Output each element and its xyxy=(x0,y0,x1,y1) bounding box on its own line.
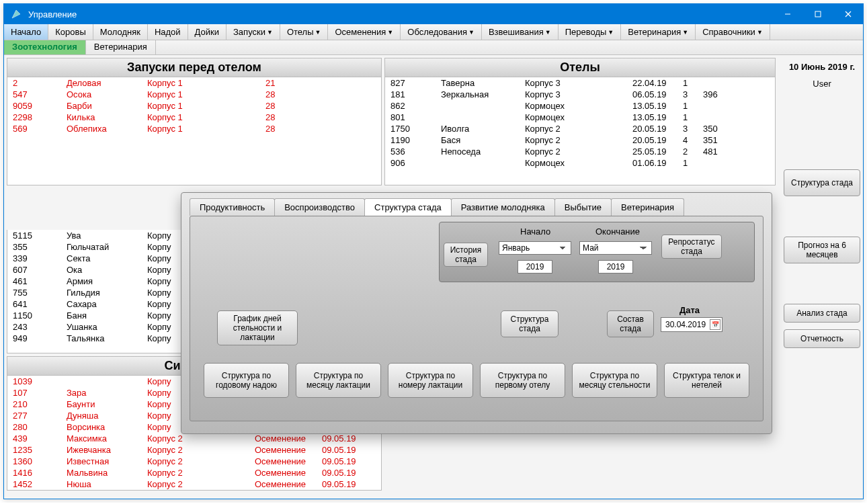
date-picker[interactable]: 30.04.2019 📅 xyxy=(661,317,722,332)
dialog-tab[interactable]: Структура стада xyxy=(364,198,452,216)
btn-herd-structure[interactable]: Структура стада xyxy=(784,169,860,196)
dialog-tabs: ПродуктивностьВоспроизводствоСтруктура с… xyxy=(181,193,772,216)
dialog-tab[interactable]: Продуктивность xyxy=(190,198,275,216)
app-icon xyxy=(8,6,24,22)
chevron-down-icon: ▼ xyxy=(545,29,551,36)
table-row[interactable]: 862Кормоцех13.05.191 xyxy=(385,100,775,112)
table-row[interactable]: 547ОсокаКорпус 128 xyxy=(7,89,381,100)
menu-item[interactable]: Справочники▼ xyxy=(696,24,770,40)
chevron-down-icon: ▼ xyxy=(608,29,614,36)
submenu-item[interactable]: Зоотехнология xyxy=(4,40,86,54)
chevron-down-icon: ▼ xyxy=(387,29,393,36)
label-start: Начало xyxy=(520,226,550,237)
structure-button[interactable]: Структура по первому отелу xyxy=(480,363,565,398)
svg-rect-1 xyxy=(815,11,821,17)
table-row[interactable]: 2ДеловаяКорпус 121 xyxy=(7,77,381,89)
panel-scroll[interactable]: 2ДеловаяКорпус 121547ОсокаКорпус 1289059… xyxy=(7,77,381,185)
table-row[interactable]: 801Кормоцех13.05.191 xyxy=(385,112,775,123)
menu-item[interactable]: Отелы▼ xyxy=(280,24,329,40)
menu-item[interactable]: Молодняк xyxy=(93,24,148,40)
structure-button[interactable]: Структура по месяцу стельности xyxy=(572,363,657,398)
structure-button[interactable]: Структура по номеру лактации xyxy=(388,363,473,398)
dialog-tab[interactable]: Выбытие xyxy=(554,198,612,216)
chevron-down-icon: ▼ xyxy=(682,29,688,36)
table-row[interactable]: 1416МальвинаКорпус 2Осеменение09.05.19 xyxy=(7,467,381,478)
close-button[interactable] xyxy=(833,4,863,24)
menu-item[interactable]: Переводы▼ xyxy=(559,24,622,40)
chevron-down-icon: ▼ xyxy=(757,29,763,36)
btn-forecast[interactable]: Прогноз на 6 месяцев xyxy=(784,237,860,263)
menu-item[interactable]: Коровы xyxy=(48,24,93,40)
menu-item[interactable]: Обследования▼ xyxy=(401,24,482,40)
table-row[interactable]: 536НепоседаКорпус 225.05.192481 xyxy=(385,146,775,157)
window-title: Управление xyxy=(28,9,772,19)
table-row[interactable]: 827ТавернаКорпус 322.04.191 xyxy=(385,77,775,89)
table-row[interactable]: 1750ИволгаКорпус 220.05.193350 xyxy=(385,123,775,134)
menu-item[interactable]: Запуски▼ xyxy=(226,24,280,40)
minimize-button[interactable] xyxy=(772,4,802,24)
analysis-dialog: ПродуктивностьВоспроизводствоСтруктура с… xyxy=(181,192,772,434)
window-controls xyxy=(772,4,863,24)
chevron-down-icon: ▼ xyxy=(267,29,273,36)
label-date: Дата xyxy=(679,305,700,315)
calendar-icon[interactable]: 📅 xyxy=(710,319,720,330)
table-row[interactable]: 1360ИзвестнаяКорпус 2Осеменение09.05.19 xyxy=(7,456,381,467)
panel-zapuski: Запуски перед отелом 2ДеловаяКорпус 1215… xyxy=(7,58,382,185)
table-row[interactable]: 1190БасяКорпус 220.05.194351 xyxy=(385,134,775,146)
chevron-down-icon: ▼ xyxy=(468,29,474,36)
menu-item[interactable]: Дойки xyxy=(188,24,226,40)
btn-herd-structure[interactable]: Структура стада xyxy=(501,310,559,337)
sub-menubar: ЗоотехнологияВетеринария xyxy=(4,40,863,55)
submenu-item[interactable]: Ветеринария xyxy=(86,40,156,54)
btn-herd-composition[interactable]: Состав стада xyxy=(607,310,654,337)
panel-title: Запуски перед отелом xyxy=(7,58,381,77)
menu-item[interactable]: Начало xyxy=(4,24,48,40)
table-row[interactable]: 9059БарбиКорпус 128 xyxy=(7,100,381,112)
current-user: User xyxy=(784,79,860,89)
menu-item[interactable]: Надой xyxy=(148,24,188,40)
period-box: История стада Начало Окончание Январь Ма… xyxy=(439,222,755,282)
table-row[interactable]: 2298КилькаКорпус 128 xyxy=(7,112,381,123)
menu-item[interactable]: Ветеринария▼ xyxy=(621,24,696,40)
btn-reporting[interactable]: Отчетность xyxy=(784,329,860,348)
dialog-tab[interactable]: Развитие молодняка xyxy=(451,198,555,216)
panel-title: Отелы xyxy=(385,58,775,77)
maximize-button[interactable] xyxy=(802,4,833,24)
right-sidebar: 10 Июнь 2019 г. User Структура стада Про… xyxy=(781,55,863,499)
menu-item[interactable]: Осеменения▼ xyxy=(328,24,401,40)
btn-herd-analysis[interactable]: Анализ стада xyxy=(784,304,860,323)
structure-button[interactable]: Структура по месяцу лактации xyxy=(296,363,381,398)
table-row[interactable]: 1452НюшаКорпус 2Осеменение09.05.19 xyxy=(7,478,381,490)
content-area: Запуски перед отелом 2ДеловаяКорпус 1215… xyxy=(4,55,863,499)
menu-item[interactable]: Взвешивания▼ xyxy=(482,24,559,40)
btn-pregnancy-lactation-chart[interactable]: График дней стельности и лактации xyxy=(217,310,298,345)
titlebar[interactable]: Управление xyxy=(4,4,863,24)
select-end-month[interactable]: Май xyxy=(579,241,652,255)
label-end: Окончание xyxy=(595,226,640,237)
dialog-body: История стада Начало Окончание Январь Ма… xyxy=(190,216,763,421)
structure-button[interactable]: Структура телок и нетелей xyxy=(664,363,749,398)
dialog-tab[interactable]: Ветеринария xyxy=(611,198,684,216)
table-row[interactable]: 439МаксимкаКорпус 2Осеменение09.05.19 xyxy=(7,433,381,444)
app-window: Управление НачалоКоровыМолоднякНадойДойк… xyxy=(3,3,864,499)
structure-button[interactable]: Структура по годовому надою xyxy=(204,363,289,398)
panel-scroll[interactable]: 827ТавернаКорпус 322.04.191181Зеркальная… xyxy=(385,77,775,185)
panel-otely: Отелы 827ТавернаКорпус 322.04.191181Зерк… xyxy=(384,58,776,185)
dialog-tab[interactable]: Воспроизводство xyxy=(274,198,365,216)
table-row[interactable]: 906Кормоцех01.06.191 xyxy=(385,157,775,169)
btn-herd-history[interactable]: История стада xyxy=(444,243,488,267)
input-end-year[interactable] xyxy=(598,260,633,274)
btn-reprostatus[interactable]: Репростатус стада xyxy=(661,235,722,259)
table-row[interactable]: 1235ИжевчанкаКорпус 2Осеменение09.05.19 xyxy=(7,444,381,456)
menubar: НачалоКоровыМолоднякНадойДойкиЗапуски▼От… xyxy=(4,24,863,40)
input-start-year[interactable] xyxy=(518,260,552,274)
table-row[interactable]: 569ОблепихаКорпус 128 xyxy=(7,123,381,134)
date-value: 30.04.2019 xyxy=(665,320,706,329)
chevron-down-icon: ▼ xyxy=(315,29,321,36)
current-date: 10 Июнь 2019 г. xyxy=(784,62,860,72)
select-start-month[interactable]: Январь xyxy=(499,241,571,255)
table-row[interactable]: 181ЗеркальнаяКорпус 306.05.193396 xyxy=(385,89,775,100)
